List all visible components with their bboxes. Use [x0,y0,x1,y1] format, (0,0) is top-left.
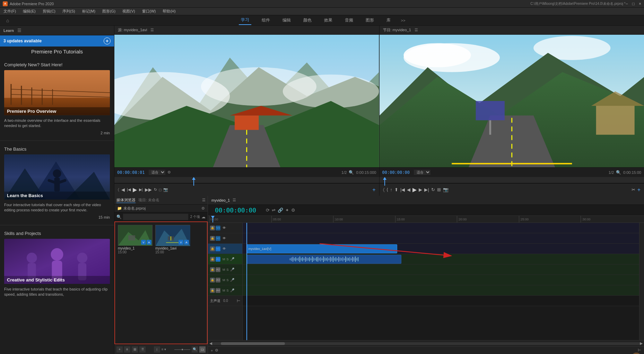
prog-step-back[interactable]: ◀ [407,187,410,192]
tf-end[interactable]: ⊢ [638,348,641,353]
track-v3-row[interactable] [243,223,639,233]
close-btn[interactable]: × [639,1,641,6]
a1-lock[interactable]: 🔒 [210,257,215,262]
source-step-fwd[interactable]: ▶▶ [145,187,152,192]
prog-mark-out[interactable]: ⟨ [386,187,388,192]
master-end[interactable]: ⊢ [237,298,240,303]
tl-settings-icon[interactable]: ⚙ [291,208,295,213]
updates-banner[interactable]: 3 updates available + [0,35,114,47]
menu-item-view[interactable]: 视图(V) [121,8,137,15]
menu-item-marker[interactable]: 标记(M) [81,8,97,15]
a3-lock[interactable]: 🔒 [210,278,215,283]
a4-mic[interactable]: 🎤 [230,288,234,292]
nav-audio[interactable]: 音频 [343,16,355,25]
media-item-2[interactable]: V A myvideo_1avi 15:00 [155,225,190,254]
menu-item-edit[interactable]: 编辑(E) [21,8,37,15]
tab-media-browser[interactable]: 媒体浏览器 [116,197,136,203]
list-view-btn[interactable]: ≡ [124,346,130,353]
a3-s[interactable]: S [227,278,229,282]
media-tab-menu[interactable]: ☰ [202,198,206,202]
icon-view-btn[interactable]: ⊞ [132,346,138,353]
source-step-back[interactable]: ◀ [121,187,125,192]
program-fit-dropdown[interactable]: 适合 [414,170,430,175]
source-frame-back[interactable]: |◀ [127,187,131,192]
a4-lock[interactable]: 🔒 [210,288,215,293]
menu-item-graphics[interactable]: 图形(G) [101,8,117,15]
stylistic-card[interactable]: Creative and Stylistic Edits Five intera… [4,239,110,299]
search-input[interactable] [123,214,188,220]
a3-mic[interactable]: 🎤 [230,278,234,282]
track-a1-row[interactable] [243,254,639,264]
source-insert[interactable]: □ [159,188,162,192]
a1-s[interactable]: S [227,258,229,261]
clip-v1[interactable]: myvideo_1avi[V] [246,244,397,253]
project-settings-icon[interactable]: ⚙ [201,206,205,211]
nav-assembly[interactable]: 组件 [260,16,272,25]
minimize-btn[interactable]: − [626,1,628,6]
tab-project[interactable]: 项目: 未命名 [138,197,159,203]
prog-mark-in[interactable]: 〈 [383,187,384,193]
prog-export-frame[interactable]: 📷 [443,187,449,192]
prog-safe-margins[interactable]: ⊞ [437,187,441,192]
v3-lock[interactable]: 🔒 [210,226,215,230]
program-timeline-bar[interactable] [380,177,644,183]
timeline-ruler[interactable]: 00:00 :05:00 :10:00 :15:00 :20:00 :25:00… [208,216,644,223]
menu-item-help[interactable]: 帮助(H) [161,8,177,15]
a1-m[interactable]: M [223,258,225,261]
tf-add-track[interactable]: + [211,348,213,353]
find-btn[interactable]: 🔍 [192,346,198,353]
v1-lock[interactable]: 🔒 [210,246,215,251]
tl-magnet-icon[interactable]: ✦ [285,208,289,213]
maximize-btn[interactable]: □ [632,1,635,6]
menu-item-file[interactable]: 文件(F) [2,8,17,15]
prog-add-btn[interactable]: + [637,187,641,193]
source-monitor-menu[interactable]: ☰ [150,28,154,32]
a3-m[interactable]: M [223,278,225,282]
scroll-thumb[interactable] [221,342,285,345]
cloud-icon[interactable]: ☁ [201,214,206,219]
prog-extract[interactable]: ⬆ [394,187,398,192]
updates-plus-btn[interactable]: + [104,37,111,44]
clip-a1[interactable] [246,255,401,264]
prog-lift[interactable]: ↑ [390,187,393,192]
v1-eye[interactable]: 👁 [223,247,226,251]
sort-options[interactable]: ≡ ▾ [162,347,166,351]
a1-mic[interactable]: 🎤 [230,257,234,261]
tl-scroll-next[interactable]: ▶ [640,341,643,346]
source-timeline-bar[interactable] [114,177,379,183]
learn-menu-icon[interactable]: ☰ [17,28,21,33]
media-item-1[interactable]: V A myvideo_1 15:00 [118,225,153,254]
new-item-btn[interactable]: 🗂 [199,346,206,353]
nav-edit[interactable]: 编辑 [280,16,293,25]
program-monitor-menu[interactable]: ☰ [415,28,418,32]
track-v2-row[interactable] [243,233,639,244]
source-loop[interactable]: ↻ [154,187,157,192]
menu-item-sequence[interactable]: 序列(S) [61,8,77,15]
menu-item-window[interactable]: 窗口(W) [141,8,157,15]
timeline-menu-icon[interactable]: ☰ [233,198,236,202]
a2-s[interactable]: S [227,268,229,271]
basics-card[interactable]: Learn the Basics Four interactive tutori… [4,154,110,222]
a2-m[interactable]: M [223,268,225,271]
home-icon[interactable]: ⌂ [3,16,12,25]
zoom-slider[interactable]: ——●—— [174,347,190,351]
track-a2-row[interactable] [243,264,639,275]
tl-sync-icon[interactable]: ⇌ [272,208,276,213]
prog-loop[interactable]: ↻ [431,187,435,192]
nav-graphics[interactable]: 图形 [364,16,376,25]
track-v1-row[interactable]: myvideo_1avi[V] [243,244,639,254]
prog-step-fwd[interactable]: ▶ [419,187,422,192]
tl-scroll-prev[interactable]: ◀ [209,341,212,346]
nav-learn[interactable]: 学习 [239,16,251,25]
right-scroll[interactable] [639,223,644,340]
prog-play[interactable]: ▶ [412,186,417,193]
v2-lock[interactable]: 🔒 [210,236,215,241]
source-frame-fwd[interactable]: ▶| [139,187,143,192]
nav-library[interactable]: 库 [384,16,393,25]
source-play[interactable]: ▶ [133,186,137,193]
source-settings-icon[interactable]: ⚙ [167,170,171,175]
a2-mic[interactable]: 🎤 [230,268,234,271]
v3-eye[interactable]: 👁 [223,226,226,230]
source-add-btn[interactable]: + [372,187,375,193]
nav-more[interactable]: >> [401,18,406,23]
